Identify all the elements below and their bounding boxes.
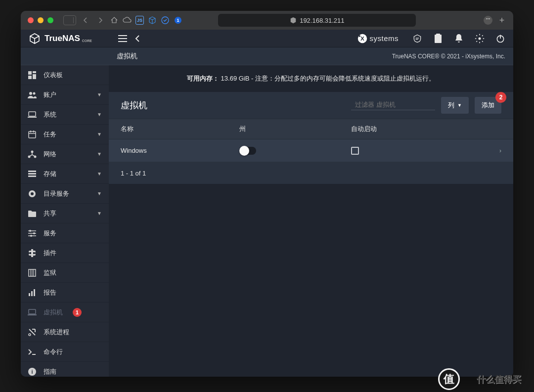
watermark-text: 什么值得买 [477,373,521,385]
zoom-window-button[interactable] [47,17,53,23]
sidebar-item-services[interactable]: 服务 [21,223,109,243]
brand-sub: CORE [82,39,92,43]
filter-input[interactable] [355,101,438,108]
svg-rect-34 [31,291,33,296]
sidebar-item-label: 任务 [44,130,56,139]
sidebar-item-display-processes[interactable]: 系统进程 [21,322,109,342]
svg-rect-26 [28,175,36,177]
settings-icon[interactable] [475,34,485,44]
sidebar-item-tasks[interactable]: 任务 ▼ [21,125,109,144]
page-title: 虚拟机 [117,52,137,61]
vm-name: Windows [121,147,239,154]
col-header-autostart[interactable]: 自动启动 [351,125,484,133]
row-expand-icon[interactable]: › [484,147,501,154]
add-badge: 2 [495,92,506,103]
state-toggle[interactable] [239,147,256,155]
notifications-icon[interactable] [454,34,464,44]
plugin-icon [28,249,37,258]
chevron-down-icon: ▼ [97,211,102,216]
sidebar-item-sharing[interactable]: 共享 ▼ [21,204,109,223]
copyright: TrueNAS CORE® © 2021 - iXsystems, Inc. [392,53,505,60]
svg-point-5 [489,18,490,19]
table-row[interactable]: Windows › [109,139,513,162]
add-button[interactable]: 添加 2 [475,97,501,114]
svg-text:i: i [31,369,33,375]
address-bar[interactable]: 192.168.31.211 [218,14,416,27]
sidebar-item-label: 仪表板 [44,71,63,80]
vm-panel: 虚拟机 列 ▼ 添加 2 [109,92,513,184]
sidebar-item-guide[interactable]: i 指南 [21,362,109,377]
col-header-state[interactable]: 州 [239,125,351,133]
app-body: 仪表板 账户 ▼ 系统 ▼ 任务 ▼ 网络 ▼ [21,65,513,377]
svg-point-31 [30,235,32,237]
onepassword-icon[interactable]: 1 [174,16,182,25]
hamburger-menu-button[interactable] [118,34,128,44]
chevron-down-icon: ▼ [97,191,102,196]
truenas-logo[interactable]: TrueNAS CORE [29,33,108,44]
sidebar-item-virtual-machines[interactable]: 虚拟机 1 [21,303,109,322]
sidebar-toggle-button[interactable] [63,15,76,25]
sidebar-item-label: 系统进程 [44,328,69,337]
checkmark-extension-icon[interactable] [161,16,170,25]
chevron-down-icon: ▼ [457,103,462,108]
sidebar-item-accounts[interactable]: 账户 ▼ [21,85,109,105]
sidebar-item-system[interactable]: 系统 ▼ [21,105,109,125]
svg-point-21 [31,150,34,153]
js-badge-icon[interactable]: JS [135,16,144,25]
home-icon[interactable] [110,16,119,25]
reader-icon[interactable] [484,16,492,25]
truecommand-icon[interactable] [412,34,422,44]
sidebar-badge: 1 [73,308,82,317]
sidebar-item-directory[interactable]: 目录服务 ▼ [21,184,109,204]
col-header-name[interactable]: 名称 [121,125,239,133]
sidebar-item-reporting[interactable]: 报告 [21,283,109,303]
svg-rect-35 [34,289,35,296]
sidebar-item-label: 系统 [44,110,56,119]
sidebar: 仪表板 账户 ▼ 系统 ▼ 任务 ▼ 网络 ▼ [21,65,109,377]
chevron-down-icon: ▼ [97,171,102,176]
sidebar-item-storage[interactable]: 存储 ▼ [21,164,109,184]
columns-button[interactable]: 列 ▼ [441,97,469,114]
cube-extension-icon[interactable] [148,16,157,25]
sidebar-item-dashboard[interactable]: 仪表板 [21,65,109,85]
back-button[interactable] [80,15,91,26]
minimize-window-button[interactable] [38,17,44,23]
new-tab-button[interactable]: + [497,16,506,25]
autostart-checkbox[interactable] [351,147,359,155]
svg-rect-15 [28,76,32,79]
tune-icon [28,229,37,238]
sidebar-item-jails[interactable]: 监狱 [21,263,109,283]
svg-rect-25 [28,173,36,174]
header-back-button[interactable] [133,34,142,44]
sidebar-item-plugins[interactable]: 插件 [21,243,109,263]
svg-point-29 [29,230,31,232]
svg-point-11 [479,37,481,40]
storage-icon [28,170,37,178]
ixsystems-link[interactable]: X systems [357,34,399,44]
people-icon [28,90,37,99]
info-icon: i [28,367,37,376]
sidebar-item-label: 指南 [44,367,56,376]
close-window-button[interactable] [28,17,34,23]
memory-label: 可用内存： [187,75,219,82]
sidebar-item-label: 虚拟机 [44,308,63,317]
sidebar-item-label: 网络 [44,150,56,159]
svg-point-30 [33,232,35,234]
svg-rect-20 [29,131,36,138]
columns-button-label: 列 [448,101,454,110]
sidebar-item-shell[interactable]: 命令行 [21,342,109,362]
svg-point-8 [359,35,361,37]
app-header: TrueNAS CORE X systems [21,30,513,47]
power-icon[interactable] [495,34,505,44]
brand-name: TrueNAS [44,34,80,44]
svg-point-28 [31,192,34,195]
sidebar-item-label: 监狱 [44,268,56,277]
svg-point-37 [29,334,31,336]
sidebar-item-label: 命令行 [44,348,63,356]
sidebar-item-network[interactable]: 网络 ▼ [21,144,109,164]
svg-rect-10 [436,34,440,36]
clipboard-icon[interactable] [433,34,443,44]
laptop-icon [28,110,37,119]
forward-button[interactable] [95,15,106,26]
cloud-icon[interactable] [123,16,132,25]
